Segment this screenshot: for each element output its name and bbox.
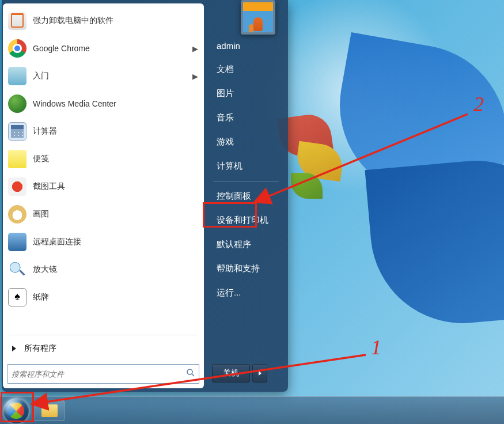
program-label: 截图工具 bbox=[33, 181, 198, 192]
program-label: Windows Media Center bbox=[33, 99, 198, 108]
program-label: 计算器 bbox=[33, 126, 198, 137]
start-menu-left-pane: 强力卸载电脑中的软件 Google Chrome ▶ 入门 ▶ Windows … bbox=[3, 3, 204, 388]
annotation-label-2: 2 bbox=[473, 92, 484, 116]
start-button[interactable] bbox=[3, 398, 29, 423]
divider bbox=[9, 335, 198, 335]
submenu-arrow-icon: ▶ bbox=[192, 44, 198, 53]
right-item-control-panel[interactable]: 控制面板 bbox=[212, 184, 280, 208]
search-box[interactable] bbox=[7, 364, 199, 384]
shutdown-button[interactable]: 关机 bbox=[212, 364, 250, 383]
program-label: Google Chrome bbox=[33, 44, 189, 53]
svg-line-1 bbox=[192, 374, 194, 376]
right-item-help[interactable]: 帮助和支持 bbox=[212, 257, 280, 281]
rdp-icon bbox=[7, 232, 27, 252]
program-item-rdp[interactable]: 远程桌面连接 bbox=[4, 228, 203, 256]
right-item-pictures[interactable]: 图片 bbox=[212, 82, 280, 105]
program-item-getting-started[interactable]: 入门 ▶ bbox=[4, 62, 203, 90]
right-item-user[interactable]: admin bbox=[212, 35, 280, 57]
right-item-computer[interactable]: 计算机 bbox=[212, 154, 280, 178]
program-item-uninstall[interactable]: 强力卸载电脑中的软件 bbox=[4, 7, 203, 35]
separator bbox=[213, 181, 279, 181]
program-list: 强力卸载电脑中的软件 Google Chrome ▶ 入门 ▶ Windows … bbox=[4, 7, 203, 332]
program-item-snipping-tool[interactable]: 截图工具 bbox=[4, 173, 203, 200]
start-menu-right-pane: admin 文档 图片 音乐 游戏 计算机 控制面板 设备和打印机 默认程序 帮… bbox=[204, 3, 287, 388]
program-label: 纸牌 bbox=[33, 292, 198, 302]
program-item-wmc[interactable]: Windows Media Center bbox=[4, 90, 203, 118]
search-wrap bbox=[4, 359, 203, 385]
annotation-label-1: 1 bbox=[371, 335, 381, 359]
svg-point-0 bbox=[187, 369, 192, 374]
right-item-games[interactable]: 游戏 bbox=[212, 130, 280, 154]
program-item-sticky-notes[interactable]: 便笺 bbox=[4, 145, 203, 173]
shutdown-options-button[interactable] bbox=[252, 364, 267, 383]
right-item-devices-printers[interactable]: 设备和打印机 bbox=[212, 209, 280, 232]
submenu-arrow-icon: ▶ bbox=[192, 72, 198, 81]
calc-icon bbox=[7, 122, 27, 141]
right-item-run[interactable]: 运行... bbox=[212, 281, 280, 305]
start-menu: 强力卸载电脑中的软件 Google Chrome ▶ 入门 ▶ Windows … bbox=[2, 0, 288, 392]
program-label: 远程桌面连接 bbox=[33, 237, 198, 247]
program-item-paint[interactable]: 画图 bbox=[4, 200, 203, 228]
right-item-documents[interactable]: 文档 bbox=[212, 58, 280, 81]
wmc-icon bbox=[7, 94, 27, 113]
program-label: 便笺 bbox=[33, 154, 198, 164]
all-programs-label: 所有程序 bbox=[24, 343, 56, 354]
program-label: 放大镜 bbox=[33, 264, 198, 275]
user-picture[interactable] bbox=[241, 0, 275, 35]
paint-icon bbox=[7, 205, 27, 224]
arrow-right-icon bbox=[259, 371, 262, 376]
arrow-right-icon bbox=[12, 346, 16, 351]
program-label: 强力卸载电脑中的软件 bbox=[33, 16, 198, 26]
program-item-chrome[interactable]: Google Chrome ▶ bbox=[4, 35, 203, 62]
sticky-icon bbox=[7, 149, 27, 169]
uninstall-icon bbox=[7, 11, 27, 31]
program-item-magnifier[interactable]: 放大镜 bbox=[4, 256, 203, 283]
search-input[interactable] bbox=[12, 370, 184, 378]
taskbar bbox=[0, 396, 504, 424]
folder-icon bbox=[41, 404, 58, 417]
shutdown-row: 关机 bbox=[212, 358, 280, 383]
right-item-music[interactable]: 音乐 bbox=[212, 106, 280, 130]
user-picture-image bbox=[243, 2, 273, 32]
solitaire-icon bbox=[7, 287, 27, 307]
program-label: 入门 bbox=[33, 71, 189, 81]
chrome-icon bbox=[7, 39, 27, 58]
snip-icon bbox=[7, 177, 27, 196]
program-label: 画图 bbox=[33, 209, 198, 219]
program-item-calculator[interactable]: 计算器 bbox=[4, 118, 203, 145]
magnifier-icon bbox=[7, 260, 27, 279]
all-programs-button[interactable]: 所有程序 bbox=[4, 338, 203, 359]
getstarted-icon bbox=[7, 66, 27, 86]
search-icon bbox=[186, 368, 195, 380]
program-item-solitaire[interactable]: 纸牌 bbox=[4, 283, 203, 311]
taskbar-item-explorer[interactable] bbox=[35, 400, 65, 421]
right-item-default-programs[interactable]: 默认程序 bbox=[212, 233, 280, 256]
